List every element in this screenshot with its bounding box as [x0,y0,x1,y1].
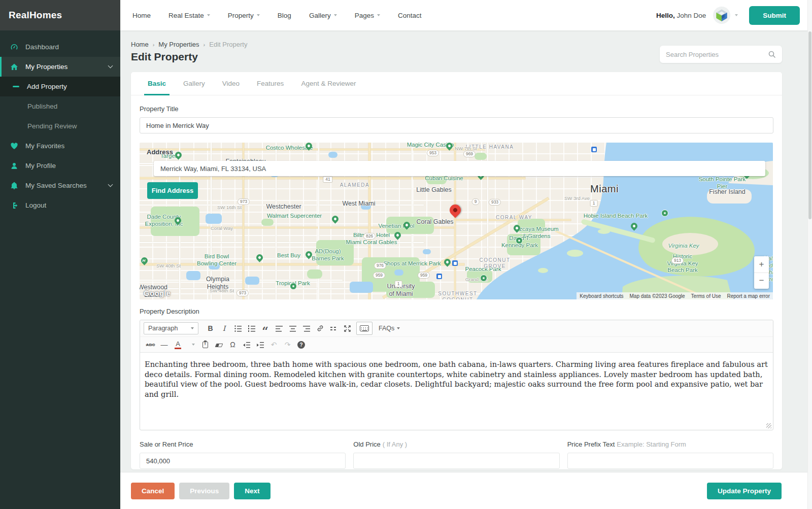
old-price-input[interactable] [353,453,559,469]
numbered-list-icon[interactable] [245,322,258,334]
breadcrumb-current: Edit Property [209,41,247,48]
nav-label: Blog [278,12,291,19]
map-route-shield: 959 [418,272,430,279]
sidebar-item-logout[interactable]: Logout [0,195,120,215]
cancel-button[interactable]: Cancel [131,483,175,499]
bold-icon[interactable]: B [204,322,217,334]
chevron-down-icon [397,327,400,329]
sidebar-item-my-profile[interactable]: My Profile [0,156,120,176]
text-color-icon[interactable]: A [172,338,184,351]
zoom-in-button[interactable]: + [754,256,769,273]
submit-button[interactable]: Submit [749,6,800,25]
search-box [660,46,782,63]
sale-price-input[interactable] [140,453,346,469]
align-right-icon[interactable] [300,322,313,334]
nav-item-real-estate[interactable]: Real Estate [168,12,210,19]
faqs-dropdown[interactable]: FAQs [379,325,400,332]
previous-button[interactable]: Previous [179,483,229,499]
nav-item-blog[interactable]: Blog [278,12,291,19]
app-window: RealHomes Dashboard My Properties Add Pr… [0,0,812,509]
breadcrumb-home[interactable]: Home [131,41,149,48]
resize-handle[interactable] [766,423,771,428]
bell-icon [10,181,18,190]
vertical-scrollbar[interactable] [807,0,812,509]
outdent-icon[interactable] [240,338,253,351]
format-select[interactable]: Paragraph [144,322,198,334]
map-route-shield: 1 [590,200,598,207]
sidebar: RealHomes Dashboard My Properties Add Pr… [0,0,120,509]
clear-formatting-icon[interactable] [213,338,225,351]
nav-item-pages[interactable]: Pages [355,12,380,19]
keyboard-shortcuts-link[interactable]: Keyboard shortcuts [577,293,626,299]
user-icon [10,161,18,170]
tab-features[interactable]: Features [253,72,287,95]
indent-icon[interactable] [254,338,266,351]
bullet-list-icon[interactable] [231,322,244,334]
sidebar-item-add-property[interactable]: Add Property [0,77,120,96]
tab-agent-reviewer[interactable]: Agent & Reviewer [297,72,359,95]
chevron-down-icon [191,327,194,329]
sidebar-item-my-properties[interactable]: My Properties [0,57,120,77]
logout-icon [10,201,18,210]
next-button[interactable]: Next [234,483,270,499]
text-color-swatch [175,348,181,349]
description-editor-content[interactable]: Enchanting three bedroom, three bath hom… [140,353,773,430]
update-property-button[interactable]: Update Property [707,483,782,499]
read-more-icon[interactable] [327,322,340,334]
nav-item-home[interactable]: Home [132,12,151,19]
nav-item-property[interactable]: Property [228,12,260,19]
price-prefix-input[interactable] [567,453,773,469]
horizontal-rule-icon[interactable]: — [158,338,171,351]
map-route-shield: 959 [373,272,385,279]
find-address-button[interactable]: Find Address [147,182,198,199]
text-color-caret[interactable] [185,338,198,351]
report-error-link[interactable]: Report a map error [724,293,773,299]
scrollbar-thumb[interactable] [808,31,811,219]
sidebar-item-dashboard[interactable]: Dashboard [0,37,120,57]
strikethrough-icon[interactable]: ABC [144,338,157,351]
special-character-icon[interactable]: Ω [226,338,239,351]
tab-basic[interactable]: Basic [144,72,170,95]
map-poi-pin [436,274,442,279]
zoom-out-button[interactable]: − [754,273,769,289]
help-icon[interactable]: ? [295,338,308,351]
redo-icon[interactable]: ↷ [281,338,294,351]
search-input[interactable] [666,51,768,58]
italic-icon[interactable]: I [218,322,230,334]
nav-item-gallery[interactable]: Gallery [309,12,337,19]
navbar-right: Hello, John Doe Submit [656,6,800,25]
align-center-icon[interactable] [286,322,299,334]
dashboard-icon [10,43,18,51]
breadcrumb-my-properties[interactable]: My Properties [158,41,199,48]
nav-item-contact[interactable]: Contact [398,12,422,19]
tab-video[interactable]: Video [219,72,243,95]
breadcrumb: Home › My Properties › Edit Property [131,41,247,48]
chevron-down-icon[interactable] [735,14,738,16]
map[interactable]: Address Find Address + − Google Keyboard… [140,143,773,299]
sidebar-item-published[interactable]: Published [0,96,120,116]
search-icon[interactable] [768,50,776,58]
fullscreen-icon[interactable] [341,322,354,334]
undo-icon[interactable]: ↶ [267,338,280,351]
link-icon[interactable] [314,322,326,334]
sidebar-item-my-favorites[interactable]: My Favorites [0,136,120,156]
map-route-shield: 9 [472,198,480,205]
map-park [386,282,435,298]
blockquote-icon[interactable]: “ [259,322,272,334]
avatar[interactable] [713,7,730,24]
map-route-shield: 933 [489,199,501,206]
property-title-input[interactable] [140,117,773,133]
align-left-icon[interactable] [273,322,285,334]
map-poi-pin [452,260,458,266]
sidebar-item-label: Dashboard [25,43,59,51]
heart-icon [10,142,18,150]
toolbar-toggle-icon[interactable] [356,322,373,335]
map-poi-pin [290,283,297,290]
terms-link[interactable]: Terms of Use [688,293,724,299]
paste-as-text-icon[interactable] [199,338,212,351]
sidebar-item-label: Add Property [27,83,67,90]
sidebar-item-my-saved-searches[interactable]: My Saved Searches [0,176,120,195]
tab-gallery[interactable]: Gallery [180,72,209,95]
address-input[interactable] [154,161,765,176]
sidebar-item-pending-review[interactable]: Pending Review [0,116,120,136]
